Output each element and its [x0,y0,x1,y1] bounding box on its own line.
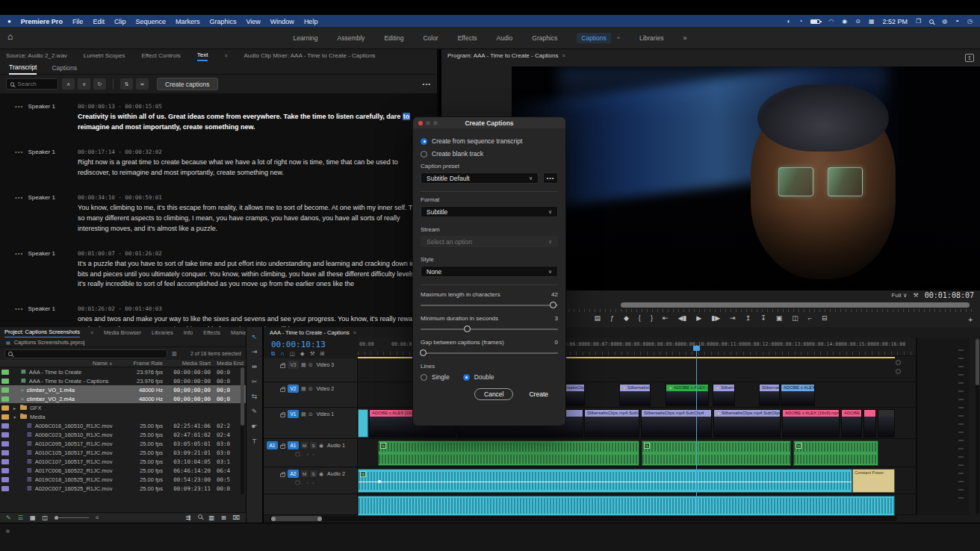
project-row[interactable]: ▸GFX [0,403,246,412]
style-select[interactable]: None∨ [421,266,558,277]
track-visibility-icon[interactable]: ⊙ [308,411,313,417]
zoom-level-select[interactable]: Full ∨ [892,292,908,299]
fx-badge-icon[interactable]: ƒ [610,314,614,322]
wifi-icon[interactable]: ◠ [828,18,834,25]
ripple-edit-tool-icon[interactable]: ⇹ [252,363,258,370]
playhead-handle[interactable] [693,346,700,351]
track-header-a1[interactable]: A1A1MS◉Audio 1◯‚ ‹ › [264,439,358,467]
audio-transition-clip[interactable]: Constant Power [852,469,895,493]
go-to-in-icon[interactable]: ⇤ [663,314,669,322]
label-color-chip[interactable] [1,441,9,446]
track-lock-icon[interactable] [280,364,285,368]
project-row[interactable]: ▥A010C105_160517_R1JC.mov25.00 fps03:09:… [0,448,246,457]
collapse-speakers-icon[interactable]: ≍ [136,78,149,90]
mark-out-icon[interactable]: } [651,314,653,322]
label-color-chip[interactable] [1,370,9,375]
menu-item-edit[interactable]: Edit [93,18,105,25]
workspace-tab-color[interactable]: Color [423,34,438,42]
panel-tab-markers[interactable]: Markers [231,327,246,337]
list-view-icon[interactable]: ☰ [18,514,23,521]
keyframe-nav-icons[interactable]: ◯‚ ‹ › [295,451,355,456]
quick-export-icon[interactable]: ↥ [965,54,974,62]
settings-wrench-icon[interactable]: ⚒ [914,292,919,299]
caption-preset-select[interactable]: Subtitle Default∨ [421,172,539,184]
timeline-settings-icon[interactable]: ⚒ [310,350,315,358]
video-clip[interactable]: ADOBE x ALEX [16x9].mp4 [782,409,840,438]
audio-clip[interactable]: fx [378,441,639,466]
video-clip[interactable] [358,409,368,438]
clear-icon[interactable]: ⌧ [233,514,240,521]
panel-menu-icon[interactable]: ≡ [562,53,565,58]
step-forward-icon[interactable]: ▮▶ [711,314,720,322]
track-select-tool-icon[interactable]: ⇥ [252,348,258,355]
user-icon[interactable]: ◍ [942,18,947,25]
drag-video-icon[interactable]: ▤ [594,314,601,322]
transcript-speaker[interactable]: •••Speaker 1 [15,149,78,178]
subtab-transcript[interactable]: Transcript [9,61,37,75]
transcript-search-field[interactable] [17,81,54,87]
creative-cloud-icon[interactable]: ◐ [787,18,791,25]
mute-button[interactable]: M [301,442,308,449]
menu-item-file[interactable]: File [72,18,84,25]
project-scrollbar[interactable] [241,367,244,494]
new-bin-icon[interactable]: ▥ [209,514,215,521]
segment-text[interactable]: Creativity is within all of us. Great id… [78,112,431,133]
step-back-icon[interactable]: ◀▮ [677,314,686,322]
transcript-speaker[interactable]: •••Speaker 1 [15,194,78,234]
project-row[interactable]: ▥A017C006_160522_R1JC.mov25.00 fps06:46:… [0,466,246,475]
playhead[interactable] [696,345,697,514]
voiceover-record-icon[interactable]: ◉ [319,443,323,449]
project-breadcrumb[interactable]: Captions Screenshots.prproj [14,339,85,346]
project-row[interactable]: ▥A019C018_160525_R1JC.mov25.00 fps00:54:… [0,475,246,484]
clock-icon[interactable]: ◷ [967,18,973,25]
workspace-tab-libraries[interactable]: Libraries [639,34,664,42]
track-lock-icon[interactable] [280,445,285,449]
panel-tab-info[interactable]: Info [184,327,193,337]
project-row[interactable]: ▥A010C107_160517_R1JC.mov25.00 fps03:10:… [0,457,246,466]
project-column-headers[interactable]: Name ∧ Frame Rate Media Start Media End [0,360,246,367]
spotlight-icon[interactable] [929,19,934,24]
slip-tool-icon[interactable]: ⇆ [252,393,258,400]
export-frame-icon[interactable]: ▣ [776,314,783,322]
segment-options-icon[interactable]: ••• [15,149,23,155]
transcript-segment[interactable]: •••Speaker 100:01:26:02 - 00:01:40:03one… [0,299,437,327]
label-color-chip[interactable] [1,414,9,420]
timeline-horizontal-scrollbar[interactable] [270,516,897,521]
label-color-chip[interactable] [1,387,9,393]
expand-icon[interactable]: ▸ [12,405,17,411]
volume-keyframe[interactable] [378,480,381,483]
label-color-chip[interactable] [1,396,9,402]
track-header-v2[interactable]: V2▤⊙Video 2 [264,382,358,408]
label-color-chip[interactable] [1,379,9,384]
add-marker-icon[interactable]: ◆ [624,314,629,322]
program-scrub-bar[interactable] [621,302,970,308]
add-marker-icon[interactable]: ◆ [300,350,305,358]
volume-rubber-band[interactable] [359,482,852,482]
panel-menu-icon[interactable]: ≡ [353,330,356,335]
mission-control-icon[interactable]: ❐ [916,18,921,25]
video-clip[interactable]: ADOBE x [841,409,862,438]
track-target-a2[interactable]: A2 [288,470,299,478]
slider-track[interactable] [421,305,558,306]
lift-icon[interactable]: ↥ [745,314,751,322]
track-target-a1[interactable]: A1 [288,441,299,449]
preset-more-button[interactable]: ••• [543,172,558,184]
mark-in-icon[interactable]: { [639,314,641,322]
transcript-speaker[interactable]: •••Speaker 1 [15,250,78,290]
panel-menu-icon[interactable]: ≡ [90,330,93,335]
apple-menu-icon[interactable]: ● [7,18,11,25]
panel-tab-source-audio-2-2-wav[interactable]: Source: Audio 2_2.wav [6,50,67,60]
workspace-overflow-icon[interactable]: » [683,34,687,42]
video-clip[interactable] [878,409,895,438]
trim-icon[interactable]: ⊟ [822,314,828,322]
workspace-menu-icon[interactable]: ≡ [617,35,620,40]
video-clip[interactable]: ADOBE x ALEX [781,384,815,406]
create-from-transcript-option[interactable]: Create from sequence transcript [421,137,558,145]
project-row[interactable]: ▥A010C095_160517_R1JC.mov25.00 fps03:05:… [0,439,246,448]
project-row[interactable]: ▥A020C007_160525_R1JC.mov25.00 fps00:09:… [0,484,246,493]
panel-tab-lumetri-scopes[interactable]: Lumetri Scopes [84,50,125,60]
video-clip[interactable]: ▲Silberna [713,384,735,406]
retranscribe-icon[interactable]: ↻ [93,78,106,90]
audio-clip[interactable]: fx [642,441,791,466]
find-icon[interactable] [198,514,202,519]
